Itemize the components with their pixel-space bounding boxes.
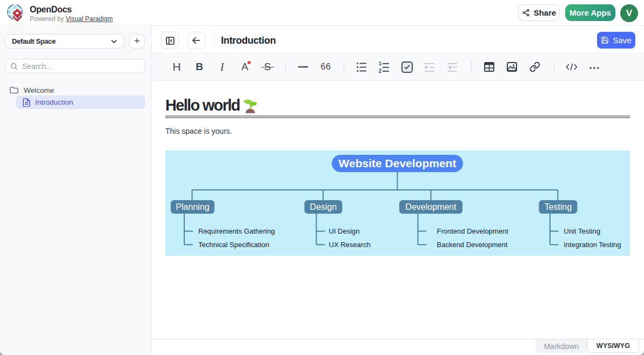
svg-text:UI Design: UI Design [329,227,360,235]
svg-text:Unit Testing: Unit Testing [564,227,601,235]
svg-text:Frontend Development: Frontend Development [437,227,509,235]
svg-text:Requirements Gathering: Requirements Gathering [198,227,275,235]
svg-text:Development: Development [405,202,457,211]
svg-text:Integration Testing: Integration Testing [564,241,621,249]
svg-text:Design: Design [310,202,337,211]
svg-text:UX Research: UX Research [329,241,371,249]
svg-text:Planning: Planning [176,202,209,211]
svg-text:2: 2 [379,67,382,72]
svg-text:Testing: Testing [545,202,572,211]
svg-text:Website Development: Website Development [339,157,457,169]
svg-text:Technical Specification: Technical Specification [198,241,270,249]
svg-text:1: 1 [379,62,382,66]
svg-text:Backend Development: Backend Development [437,241,508,249]
